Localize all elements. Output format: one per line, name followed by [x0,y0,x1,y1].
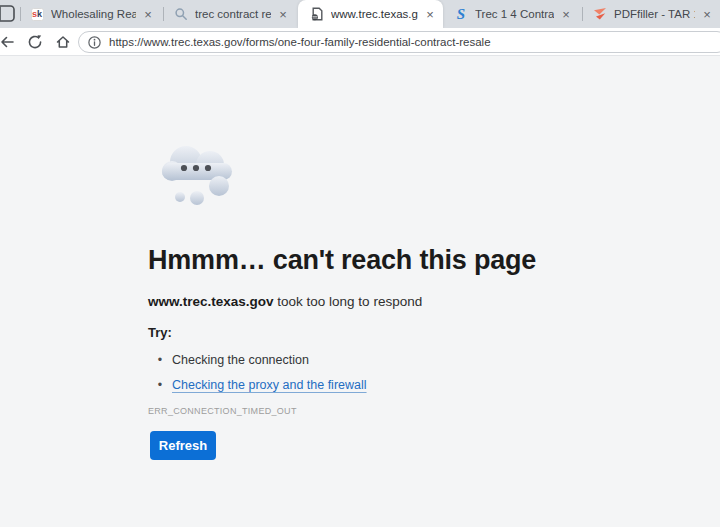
suggestion-proxy-firewall: • Checking the proxy and the firewall [148,378,367,392]
error-page: Hmmm… can't reach this page www.trec.tex… [0,57,720,527]
home-icon[interactable] [54,33,72,51]
error-domain: www.trec.texas.gov [148,294,274,309]
url-text[interactable]: https://www.trec.texas.gov/forms/one-fou… [109,36,491,48]
tab-strip: sk Wholesaling Real Estate × trec contra… [0,0,720,28]
cloud-error-illustration-icon [160,141,244,211]
tab-trec-14-contract-scribd[interactable]: S Trec 1 4 Contract 2011- × [446,0,579,28]
browser-toolbar: https://www.trec.texas.gov/forms/one-fou… [0,28,720,56]
tab-separator [163,7,164,21]
search-icon [174,7,188,21]
close-icon[interactable]: × [422,6,438,22]
back-icon[interactable] [0,33,16,51]
scribd-icon: S [454,7,468,21]
tab-separator [582,7,583,21]
tab-title: Wholesaling Real Estate [51,8,136,20]
error-code: ERR_CONNECTION_TIMED_OUT [148,406,297,416]
tab-title: www.trec.texas.gov [331,8,418,20]
pdffiller-icon [593,7,607,21]
refresh-icon[interactable] [26,33,44,51]
tab-title: trec contract residential [195,8,271,20]
close-icon[interactable]: × [699,6,715,22]
close-icon[interactable]: × [275,6,291,22]
try-label: Try: [148,325,172,340]
tab-title: Trec 1 4 Contract 2011- [475,8,554,20]
tab-title: PDFfiller - TAR 1601 20 [614,8,695,20]
default-page-icon [310,7,324,21]
tab-wholesaling-real-estate[interactable]: sk Wholesaling Real Estate × [22,0,161,28]
refresh-button[interactable]: Refresh [150,431,216,460]
error-message-rest: took too long to respond [274,294,423,309]
suggestion-text: Checking the connection [172,353,309,367]
sk-favicon-icon: sk [30,7,44,21]
error-heading: Hmmm… can't reach this page [148,245,536,276]
site-info-icon[interactable] [87,35,102,50]
tab-trec-texas-gov-active[interactable]: www.trec.texas.gov × [298,0,443,28]
close-icon[interactable]: × [558,6,574,22]
bullet-icon: • [148,378,172,392]
browser-window: sk Wholesaling Real Estate × trec contra… [0,0,720,527]
tab-separator [20,7,21,21]
proxy-firewall-link[interactable]: Checking the proxy and the firewall [172,378,367,392]
vertical-tabs-icon[interactable] [0,5,15,22]
bullet-icon: • [148,353,172,367]
tab-trec-contract-search[interactable]: trec contract residential × [166,0,296,28]
tab-pdffiller-tar-1601[interactable]: PDFfiller - TAR 1601 20 × [585,0,720,28]
suggestion-checking-connection: • Checking the connection [148,353,309,367]
address-bar[interactable]: https://www.trec.texas.gov/forms/one-fou… [78,31,720,53]
close-icon[interactable]: × [140,6,156,22]
error-message: www.trec.texas.gov took too long to resp… [148,294,422,309]
